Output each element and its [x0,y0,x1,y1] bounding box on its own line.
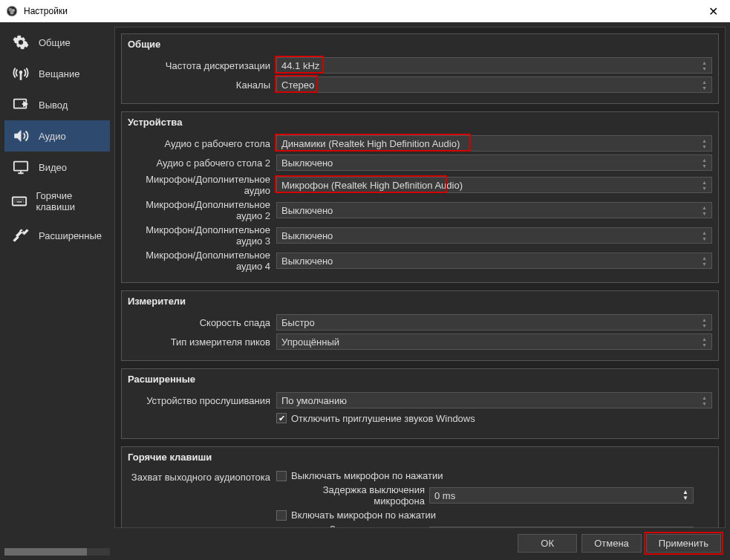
speaker-icon [10,128,31,144]
decay-rate-label: Скорость спада [128,317,276,328]
section-devices: Устройства Аудио с рабочего стола Динами… [121,111,719,283]
section-advanced: Расширенные Устройство прослушивания По … [121,368,719,439]
mic-audio-label: Микрофон/Дополнительное аудио [128,174,276,196]
channels-label: Каналы [128,79,276,91]
section-meters: Измерители Скорость спада Быстро▲▼ Тип и… [121,290,719,361]
sidebar-item-label: Общие [39,37,71,48]
chevron-up-icon: ▲ [702,60,707,65]
channels-select[interactable]: Стерео ▲▼ [276,76,712,93]
close-icon[interactable]: ✕ [703,4,724,19]
sidebar-item-stream[interactable]: Вещание [4,58,110,89]
cancel-button[interactable]: Отмена [581,534,642,553]
keyboard-icon [10,193,28,209]
output-capture-label: Захват выходного аудиопотока [128,470,276,528]
mute-push-checkbox[interactable] [276,471,287,481]
chevron-down-icon: ▼ [702,144,707,149]
mic-audio4-select[interactable]: Выключено▲▼ [276,253,712,269]
sidebar-item-advanced[interactable]: Расширенные [4,220,110,251]
svg-rect-7 [14,162,27,171]
peak-meter-select[interactable]: Упрощённый▲▼ [276,333,712,350]
gear-icon [10,34,31,51]
sidebar-item-label: Горячие клавиши [36,190,104,212]
sidebar-item-hotkeys[interactable]: Горячие клавиши [4,183,110,220]
svg-rect-8 [13,198,26,206]
content-pane: Общие Частота дискретизации 44.1 kHz ▲▼ [114,27,726,528]
mute-push-label: Выключать микрофон по нажатии [291,470,443,481]
svg-point-4 [19,71,22,74]
sidebar-item-label: Видео [39,162,67,173]
channels-value: Стерео [281,79,314,91]
desktop-audio2-select[interactable]: Выключено▲▼ [276,154,712,171]
sidebar-item-audio[interactable]: Аудио [4,120,110,152]
desktop-audio2-label: Аудио с рабочего стола 2 [128,157,276,169]
broadcast-icon [10,65,31,82]
sidebar-item-label: Расширенные [39,230,102,241]
monitor-icon [10,159,31,175]
chevron-up-icon: ▲ [702,79,707,85]
desktop-audio-value: Динамики (Realtek High Definition Audio) [281,138,460,149]
sample-rate-value: 44.1 kHz [281,60,319,71]
section-title: Расширенные [122,369,718,389]
monitoring-device-select[interactable]: По умолчанию▲▼ [276,392,712,408]
titlebar: Настройки ✕ [0,0,730,22]
mute-delay-label: Задержка выключения микрофона [276,484,425,507]
sidebar-item-label: Вывод [39,100,68,111]
sidebar: Общие Вещание Вывод Аудио Видео Горячие … [4,27,110,556]
sample-rate-select[interactable]: 44.1 kHz ▲▼ [276,57,712,74]
sidebar-scrollbar[interactable] [4,548,110,556]
mic-audio-value: Микрофон (Realtek High Definition Audio) [281,180,463,191]
desktop-audio-select[interactable]: Динамики (Realtek High Definition Audio)… [276,135,712,152]
svg-rect-5 [20,74,22,79]
tools-icon [10,227,31,244]
window-title: Настройки [24,6,68,16]
section-general: Общие Частота дискретизации 44.1 kHz ▲▼ [121,33,719,104]
section-title: Горячие клавиши [122,447,718,467]
disable-ducking-checkbox[interactable] [276,413,287,423]
sidebar-item-label: Аудио [39,131,66,142]
footer: ОК Отмена Применить [114,528,726,556]
app-icon [6,5,18,17]
section-title: Общие [122,34,718,54]
mic-audio3-label: Микрофон/Дополнительное аудио 3 [128,224,276,247]
desktop-audio-label: Аудио с рабочего стола [128,138,276,149]
disable-ducking-label: Отключить приглушение звуков Windows [291,413,475,424]
mic-audio4-label: Микрофон/Дополнительное аудио 4 [128,250,276,272]
section-title: Измерители [122,291,718,311]
decay-rate-select[interactable]: Быстро▲▼ [276,314,712,331]
sidebar-item-label: Вещание [39,68,80,79]
monitoring-device-label: Устройство прослушивания [128,395,276,406]
mic-audio3-select[interactable]: Выключено▲▼ [276,227,712,244]
mic-audio2-label: Микрофон/Дополнительное аудио 2 [128,199,276,221]
mic-audio2-select[interactable]: Выключено▲▼ [276,202,712,218]
chevron-down-icon: ▼ [702,85,707,91]
section-title: Устройства [122,112,718,132]
sidebar-item-general[interactable]: Общие [4,27,110,58]
chevron-down-icon: ▼ [702,186,707,191]
section-hotkeys: Горячие клавиши Захват выходного аудиопо… [121,446,719,528]
chevron-up-icon: ▲ [702,180,707,185]
unmute-push-checkbox[interactable] [276,510,287,521]
mic-audio-select[interactable]: Микрофон (Realtek High Definition Audio)… [276,177,712,193]
chevron-down-icon: ▼ [702,66,707,71]
sidebar-item-video[interactable]: Видео [4,152,110,183]
mute-delay-input[interactable]: 0 ms▲▼ [429,487,694,504]
peak-meter-label: Тип измерителя пиков [128,336,276,348]
sample-rate-label: Частота дискретизации [128,60,276,71]
chevron-up-icon: ▲ [702,138,707,143]
ok-button[interactable]: ОК [518,534,577,553]
unmute-push-label: Включать микрофон по нажатии [291,509,436,521]
apply-button[interactable]: Применить [646,534,721,553]
sidebar-item-output[interactable]: Вывод [4,89,110,120]
svg-point-3 [10,11,14,15]
output-icon [10,97,31,113]
